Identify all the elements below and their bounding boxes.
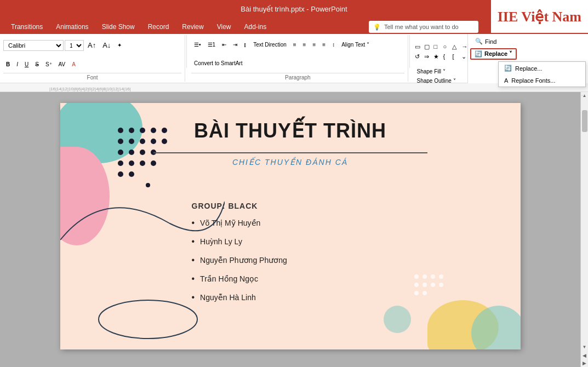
list-item-3: Nguyễn Phương Phương [192, 255, 287, 265]
svg-point-11 [129, 150, 134, 155]
strikethrough-btn[interactable]: S [32, 60, 42, 68]
svg-point-12 [140, 150, 145, 155]
bullets-btn[interactable]: ☰• [191, 41, 204, 49]
tell-me-text: Tell me what you want to do [384, 24, 459, 30]
underline-btn[interactable]: U [22, 60, 31, 68]
shape-fill-btn[interactable]: Shape Fill ˅ [414, 67, 458, 76]
shape-rect2[interactable]: □ [432, 42, 441, 51]
svg-point-25 [423, 283, 427, 287]
tab-view[interactable]: View [210, 20, 238, 34]
italic-btn[interactable]: I [14, 60, 21, 68]
scroll-next-slide[interactable]: ▶ [581, 359, 587, 367]
bold-btn[interactable]: B [3, 60, 13, 68]
replace-row: 🔄 Replace ˅ [470, 48, 586, 60]
font-group: Calibri 11 A↑ A↓ ✦ B I U S S⁺ AV A Font [0, 35, 185, 82]
shape-bracket[interactable]: [ [451, 52, 460, 61]
list-item-2: Huỳnh Ly Ly [192, 237, 287, 246]
para-row-1: ☰• ☰1 ⇤ ⇥ ⫿ Text Direction [191, 41, 289, 49]
svg-point-8 [151, 139, 156, 144]
scrollbar-vertical[interactable]: ▲ ▼ ◀ ▶ [580, 92, 588, 367]
decrease-font-btn[interactable]: A↓ [100, 40, 113, 50]
paragraph-group: ☰• ☰1 ⇤ ⇥ ⫿ Text Direction ≡ ≡ ≡ ≡ ↕ Ali… [188, 35, 408, 82]
svg-point-23 [431, 274, 435, 279]
slide-area[interactable]: BÀI THUYẾT TRÌNH CHIẾC THUYỀN ĐÁNH CÁ GR… [0, 92, 580, 367]
scroll-down-arrow[interactable]: ▼ [581, 343, 588, 351]
tab-review[interactable]: Review [175, 20, 210, 34]
shape-star[interactable]: ★ [432, 52, 441, 61]
char-spacing-btn[interactable]: AV [56, 60, 68, 68]
font-row-2: B I U S S⁺ AV A [3, 60, 78, 68]
replace-icon: 🔄 [475, 50, 482, 58]
shape-brace[interactable]: { [442, 52, 450, 61]
justify-btn[interactable]: ≡ [319, 41, 328, 49]
align-text-btn[interactable]: Align Text ˅ [339, 41, 372, 49]
svg-point-2 [140, 128, 145, 133]
shape-rounded-rect[interactable]: ▢ [423, 42, 432, 51]
shape-triangle[interactable]: △ [451, 42, 460, 51]
tab-animations[interactable]: Animations [49, 20, 95, 34]
svg-point-4 [162, 128, 167, 133]
find-label: Find [485, 38, 496, 45]
list-item-5: Nguyễn Hà Linh [192, 293, 287, 302]
separator-1 [186, 35, 187, 68]
tell-me-search[interactable]: 💡 Tell me what you want to do [369, 21, 478, 33]
deco-white-dots [411, 271, 455, 317]
svg-point-5 [118, 139, 123, 144]
shape-oval[interactable]: ○ [442, 42, 450, 51]
tab-addins[interactable]: Add-ins [238, 20, 273, 34]
binoculars-icon: 🔍 [475, 38, 483, 45]
svg-point-7 [140, 139, 145, 144]
font-color-btn[interactable]: A [69, 60, 78, 68]
replace-dropdown: 🔄 Replace... A Replace Fonts... [498, 61, 586, 87]
main-area: BÀI THUYẾT TRÌNH CHIẾC THUYỀN ĐÁNH CÁ GR… [0, 92, 588, 367]
deco-outline-bottom [93, 295, 203, 344]
slide-list: Võ Thị Mỹ Huyền Huỳnh Ly Ly Nguyễn Phươn… [192, 218, 287, 311]
line-spacing-btn[interactable]: ↕ [329, 41, 338, 49]
shape-block-arrow[interactable]: ⇒ [423, 52, 432, 61]
scroll-thumb[interactable] [582, 110, 587, 132]
scroll-prev-slide[interactable]: ◀ [581, 352, 587, 359]
font-name-select[interactable]: Calibri [3, 40, 64, 51]
convert-smartart-label: Convert to SmartArt [194, 60, 242, 66]
align-left-btn[interactable]: ≡ [290, 41, 299, 49]
convert-smartart-btn[interactable]: Convert to SmartArt [191, 59, 245, 67]
columns-btn[interactable]: ⫿ [241, 41, 249, 49]
align-right-btn[interactable]: ≡ [310, 41, 318, 49]
svg-point-28 [423, 291, 427, 295]
shape-curved-arrow[interactable]: ↺ [414, 52, 423, 61]
svg-point-6 [129, 139, 134, 144]
slide-canvas[interactable]: BÀI THUYẾT TRÌNH CHIẾC THUYỀN ĐÁNH CÁ GR… [60, 103, 521, 349]
decrease-indent-btn[interactable]: ⇤ [219, 41, 229, 49]
replace-item[interactable]: 🔄 Replace... [499, 62, 585, 74]
font-group-label: Font [3, 73, 181, 81]
title-bar-text: Bài thuyết trình.pptx - PowerPoint [241, 5, 347, 13]
tab-record[interactable]: Record [141, 20, 176, 34]
tab-slideshow[interactable]: Slide Show [95, 20, 141, 34]
shape-rect[interactable]: ▭ [414, 42, 423, 51]
align-center-btn[interactable]: ≡ [300, 41, 309, 49]
shape-fill-label: Shape Fill ˅ [416, 68, 445, 74]
tab-transitions[interactable]: Transitions [4, 20, 49, 34]
text-shadow-btn[interactable]: S⁺ [43, 60, 55, 68]
deco-teal-small [384, 306, 411, 333]
slide-title[interactable]: BÀI THUYẾT TRÌNH [194, 119, 386, 142]
clear-format-btn[interactable]: ✦ [115, 41, 124, 49]
replace-fonts-item[interactable]: A Replace Fonts... [499, 74, 585, 87]
svg-point-0 [118, 128, 123, 133]
find-row: 🔍 Find [470, 36, 586, 47]
slide-subtitle[interactable]: CHIẾC THUYỀN ĐÁNH CÁ [153, 152, 427, 167]
text-direction-btn[interactable]: Text Direction [250, 41, 289, 49]
replace-label: Replace ˅ [484, 50, 512, 58]
increase-font-btn[interactable]: A↑ [85, 40, 99, 50]
font-size-select[interactable]: 11 [65, 40, 84, 51]
increase-indent-btn[interactable]: ⇥ [230, 41, 240, 49]
replace-fonts-icon: A [504, 77, 508, 84]
svg-point-22 [423, 274, 427, 279]
find-btn[interactable]: 🔍 Find [470, 36, 501, 47]
svg-point-30 [439, 283, 443, 287]
separator-2 [409, 35, 410, 68]
numbering-btn[interactable]: ☰1 [205, 41, 219, 49]
brand-logo: IIE Việt Nam [491, 0, 588, 33]
replace-dropdown-btn[interactable]: 🔄 Replace ˅ [470, 48, 517, 60]
svg-point-26 [431, 283, 435, 287]
